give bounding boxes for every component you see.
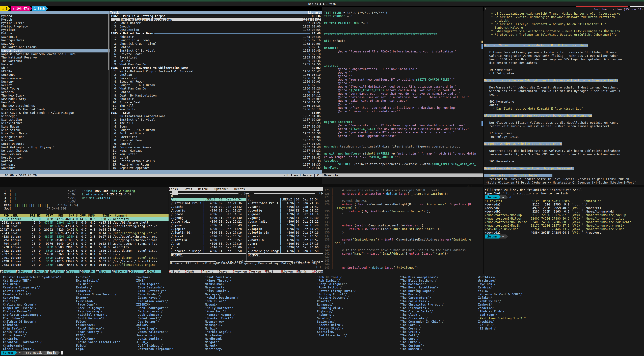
directory-entry[interactable]: 'Morbid Angel'/ [205,330,238,334]
track-row[interactable]: 10. Born on Your Knees1987 01:48 [111,146,321,149]
directory-entry[interactable]: Centvrion/ [1,296,61,299]
track-row[interactable]: 14. Prison Without Walls1987 00:38 [111,159,321,163]
track-row[interactable]: 6. Private Death1985 02:10 [111,52,321,56]
artist-row[interactable]: Napalm Death/The Haunted/Heaven Shall Bu… [1,52,110,56]
fkey-help[interactable]: Help [4,270,16,273]
directory-entry[interactable]: Exumer/ [76,296,120,299]
fkey-nice-[interactable]: Nice + [115,270,127,273]
track-row[interactable]: 4. Scum1987 02:38 [111,125,321,128]
directory-entry[interactable]: 'Yolanda Be Cool & DCUP'/ [478,293,526,296]
fkey-sortby[interactable]: SortBy [83,270,96,273]
fkey-ans-ht[interactable]: Ans~ht [202,270,217,273]
track-row[interactable]: 15. Point of no Return1987 00:35 [111,163,321,166]
directory-entry[interactable]: 'The Clientele'/ [400,317,444,320]
track-row[interactable]: 8. Siege of Power1987 03:59 [111,139,321,142]
directory-entry[interactable]: 'Sacred Reich'/ [317,323,356,327]
artist-row[interactable]: Necrony [1,80,110,83]
directory-entry[interactable]: 'The Coral'/ [400,323,444,327]
directory-entry[interactable]: Zafakon/ [478,296,526,299]
directory-entry[interactable]: 'Zdob și Zdub'/ [478,310,526,313]
mc-menu-befehl[interactable]: Befehl [198,187,209,191]
artist-row[interactable]: The New Strychnines [1,104,110,108]
directory-entry[interactable]: Misteyes/ [205,293,238,296]
mc-history-button[interactable]: [^] [316,265,321,269]
directory-entry[interactable]: 'The Chronicles Project'/ [400,303,444,306]
fkey-bea-en[interactable]: Bea~en [218,270,232,273]
artist-row[interactable]: Nick Cave & The Bad Seeds + Kylie Minogu… [1,111,110,115]
track-row[interactable]: 3. Sacrificed1986 01:36 [111,77,321,80]
track-row[interactable]: 7. Control1986 01:47 [111,90,321,94]
directory-entry[interactable]: 'Feine Sahne Fischfilet'/ [76,341,120,344]
directory-entry[interactable]: Exuviated/ [76,300,120,303]
directory-entry[interactable]: Chimaira/ [1,323,61,327]
track-row[interactable]: 5. Caught... in a Dream1987 01:47 [111,128,321,132]
directory-entry[interactable]: Morcheeba/ [205,334,238,337]
directory-entry[interactable]: Falkenbach/ [76,323,120,327]
fkey-tree[interactable]: Tree [67,270,80,273]
directory-entry[interactable]: 'The Damned'/ [400,347,444,351]
directory-entry[interactable]: 'Rotten Filthy (Bra)'/ [317,289,356,293]
fkey-hilfe[interactable]: Hilfe [171,270,185,273]
directory-entry[interactable]: Morrissey/ [205,347,238,351]
directory-entry[interactable]: 'The Commander In Chief'/ [400,320,444,323]
directory-entry[interactable]: 'Rotting Obscene'/ [317,296,356,299]
artist-row[interactable]: Nordic Union [1,156,110,159]
directory-entry[interactable]: 'Fatal Embrace'/ [76,327,120,330]
artist-row[interactable]: Mysticum [1,28,110,32]
directory-entry[interactable]: 'Zakk Wylde'/ [478,300,526,303]
directory-entry[interactable]: 'ZZ TOP'/ [478,323,526,327]
directory-entry[interactable]: 'The Carburetors'/ [400,296,444,299]
artist-row[interactable]: New Order [1,101,110,104]
directory-entry[interactable]: Morgoth/ [205,341,238,344]
artist-row[interactable]: Neil Young [1,87,110,90]
directory-entry[interactable]: Xandria/ [478,286,526,289]
directory-entry[interactable]: Fehlfarben/ [76,337,120,341]
directory-entry[interactable]: 'Cavalera Conspiracy'/ [1,286,61,289]
track-row[interactable]: 7. Sacrificed1985 01:39 [111,56,321,59]
directory-entry[interactable]: Runaways/ [317,303,356,306]
directory-entry[interactable]: 'The Corrs'/ [400,327,444,330]
track-row[interactable]: 1. Multinational Corporations1987 01:06 [111,114,321,118]
directory-entry[interactable]: 'Chapel Of Disease'/ [1,306,61,310]
directory-entry[interactable]: 'The Cure'/ [400,337,444,341]
fish-prompt-musik[interactable]: tbrumm ~ srv_musik Musik [1,351,63,355]
track-row[interactable]: 8. So Sad1985 04:36 [111,59,321,63]
directory-entry[interactable]: Zamboni/ [478,303,526,306]
directory-entry[interactable]: 'Jag Panzer'/ [136,320,173,323]
fish-prompt-empty[interactable]: tbrumm ~ [485,235,644,239]
directory-entry[interactable]: 'Faithful Breath'/ [76,313,120,317]
mc-shell-prompt[interactable]: tbrumm ▶ ~ ▶ [170,265,188,269]
directory-entry[interactable]: Feist/ [76,344,120,347]
artist-row[interactable]: Mynded [1,14,110,18]
vim-perl-pane[interactable]: 125 │ # remove the value so it does not … [323,187,483,274]
directory-entry[interactable]: 'Jack Beauregard'/ [136,306,173,310]
directory-entry[interactable]: 'Chalice And Crown'/ [1,303,61,306]
directory-entry[interactable]: 'The Blues Brothers'/ [400,279,444,282]
artist-row[interactable]: NAGLFAR [1,42,110,45]
directory-entry[interactable]: Jamiroquai/ [136,334,173,337]
directory-entry[interactable]: 'Jeff Bridges'/ [136,344,173,347]
fish-ls-pane[interactable]: 'Carsten Lizard Schulz Syndicate'/'Cat E… [0,274,644,356]
directory-entry[interactable]: 'Ryker's'/ [317,313,356,317]
track-row[interactable]: 13. Life?1987 00:43 [111,156,321,159]
directory-entry[interactable]: 'Rose Tattoo'/ [317,286,356,289]
track-row[interactable]: 2. Don't Bother1982 01:24 [111,21,321,25]
directory-entry[interactable]: INXS/ [136,279,173,282]
directory-entry[interactable]: Exekuter/ [76,286,120,289]
directory-entry[interactable]: Sabiendas/ [317,320,356,323]
directory-entry[interactable]: 'The Circle Jerks'/ [400,310,444,313]
directory-entry[interactable]: 'Rob Zombie'/ [317,279,356,282]
mc-left-panel[interactable]: ~ •[↓] n /.. │ÜBERVZ.│30. Dez 13:54/.Aft… [170,193,247,262]
directory-entry[interactable]: 'Cat Empire THE'/ [1,279,61,282]
artist-row[interactable]: Necrogod [1,73,110,77]
artist-row[interactable]: The Naked and Famous [1,45,110,49]
fish-prompt-df[interactable]: tbrumm ~ df [485,195,644,199]
directory-entry[interactable]: 'Rob Halford'/ [317,276,356,279]
directory-entry[interactable]: 'ZZ Ward'/ [478,327,526,330]
directory-entry[interactable]: FEFF/ [76,334,120,337]
directory-entry[interactable]: 'Minor Threat'/ [205,279,238,282]
artist-row[interactable]: New Model Army [1,97,110,101]
directory-entry[interactable]: 'Isolation Years'/ [136,300,173,303]
track-row[interactable]: 5. Instinct Of Survival1985 02:49 [111,49,321,52]
directory-entry[interactable]: Falco/ [76,320,120,323]
